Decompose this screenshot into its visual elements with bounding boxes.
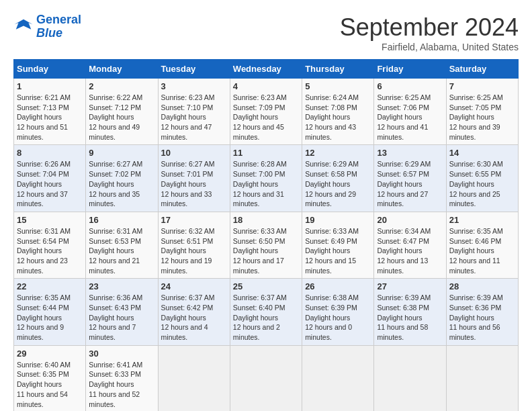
calendar-cell: 12 Sunrise: 6:29 AM Sunset: 6:58 PM Dayl…	[302, 145, 374, 212]
calendar-cell	[302, 345, 374, 411]
calendar-cell	[446, 345, 518, 411]
calendar-week-1: 1 Sunrise: 6:21 AM Sunset: 7:13 PM Dayli…	[14, 79, 519, 145]
day-info: Sunrise: 6:24 AM Sunset: 7:08 PM Dayligh…	[305, 93, 371, 142]
day-number: 20	[377, 215, 443, 225]
day-info: Sunrise: 6:41 AM Sunset: 6:33 PM Dayligh…	[89, 360, 154, 409]
calendar-cell: 17 Sunrise: 6:32 AM Sunset: 6:51 PM Dayl…	[158, 212, 230, 278]
calendar-cell	[158, 345, 230, 411]
calendar-cell: 28 Sunrise: 6:39 AM Sunset: 6:36 PM Dayl…	[446, 279, 518, 345]
logo-icon	[13, 17, 34, 37]
calendar-cell: 9 Sunrise: 6:27 AM Sunset: 7:02 PM Dayli…	[86, 145, 158, 212]
day-info: Sunrise: 6:22 AM Sunset: 7:12 PM Dayligh…	[89, 93, 154, 142]
day-info: Sunrise: 6:35 AM Sunset: 6:44 PM Dayligh…	[17, 293, 83, 342]
day-number: 13	[377, 148, 443, 158]
day-info: Sunrise: 6:34 AM Sunset: 6:47 PM Dayligh…	[377, 226, 443, 275]
day-number: 28	[449, 281, 515, 291]
day-number: 19	[305, 215, 371, 225]
day-info: Sunrise: 6:37 AM Sunset: 6:42 PM Dayligh…	[161, 293, 227, 342]
day-info: Sunrise: 6:33 AM Sunset: 6:49 PM Dayligh…	[305, 226, 371, 275]
day-number: 8	[17, 148, 83, 158]
day-number: 23	[89, 281, 154, 291]
calendar-cell: 1 Sunrise: 6:21 AM Sunset: 7:13 PM Dayli…	[14, 79, 86, 145]
calendar-cell: 14 Sunrise: 6:30 AM Sunset: 6:55 PM Dayl…	[446, 145, 518, 212]
calendar-cell: 15 Sunrise: 6:31 AM Sunset: 6:54 PM Dayl…	[14, 212, 86, 278]
day-info: Sunrise: 6:21 AM Sunset: 7:13 PM Dayligh…	[17, 93, 83, 142]
calendar-cell: 6 Sunrise: 6:25 AM Sunset: 7:06 PM Dayli…	[374, 79, 446, 145]
day-info: Sunrise: 6:29 AM Sunset: 6:57 PM Dayligh…	[377, 159, 443, 208]
calendar-cell: 26 Sunrise: 6:38 AM Sunset: 6:39 PM Dayl…	[302, 279, 374, 345]
day-number: 10	[161, 148, 227, 158]
day-info: Sunrise: 6:40 AM Sunset: 6:35 PM Dayligh…	[17, 360, 83, 409]
header-sunday: Sunday	[14, 60, 86, 79]
day-number: 22	[17, 281, 83, 291]
day-number: 9	[89, 148, 154, 158]
calendar-cell	[374, 345, 446, 411]
day-info: Sunrise: 6:25 AM Sunset: 7:06 PM Dayligh…	[377, 93, 443, 142]
location-subtitle: Fairfield, Alabama, United States	[340, 42, 519, 52]
day-number: 6	[377, 81, 443, 91]
svg-marker-0	[15, 19, 33, 30]
day-number: 25	[233, 281, 299, 291]
day-info: Sunrise: 6:35 AM Sunset: 6:46 PM Dayligh…	[449, 226, 515, 275]
day-number: 16	[89, 215, 154, 225]
day-info: Sunrise: 6:32 AM Sunset: 6:51 PM Dayligh…	[161, 226, 227, 275]
calendar-cell: 16 Sunrise: 6:31 AM Sunset: 6:53 PM Dayl…	[86, 212, 158, 278]
header-friday: Friday	[374, 60, 446, 79]
day-number: 4	[233, 81, 299, 91]
day-info: Sunrise: 6:31 AM Sunset: 6:53 PM Dayligh…	[89, 226, 154, 275]
day-number: 18	[233, 215, 299, 225]
day-number: 3	[161, 81, 227, 91]
page-header: General Blue September 2024 Fairfield, A…	[13, 13, 519, 52]
logo-text: General Blue	[36, 13, 81, 40]
day-number: 11	[233, 148, 299, 158]
title-block: September 2024 Fairfield, Alabama, Unite…	[340, 13, 519, 52]
calendar-cell: 20 Sunrise: 6:34 AM Sunset: 6:47 PM Dayl…	[374, 212, 446, 278]
header-saturday: Saturday	[446, 60, 518, 79]
header-wednesday: Wednesday	[230, 60, 302, 79]
day-number: 12	[305, 148, 371, 158]
calendar-week-2: 8 Sunrise: 6:26 AM Sunset: 7:04 PM Dayli…	[14, 145, 519, 212]
calendar-cell: 23 Sunrise: 6:36 AM Sunset: 6:43 PM Dayl…	[86, 279, 158, 345]
day-info: Sunrise: 6:36 AM Sunset: 6:43 PM Dayligh…	[89, 293, 154, 342]
day-info: Sunrise: 6:23 AM Sunset: 7:09 PM Dayligh…	[233, 93, 299, 142]
calendar-cell: 30 Sunrise: 6:41 AM Sunset: 6:33 PM Dayl…	[86, 345, 158, 411]
day-info: Sunrise: 6:27 AM Sunset: 7:02 PM Dayligh…	[89, 159, 154, 208]
day-number: 1	[17, 81, 83, 91]
calendar-cell: 11 Sunrise: 6:28 AM Sunset: 7:00 PM Dayl…	[230, 145, 302, 212]
calendar-week-4: 22 Sunrise: 6:35 AM Sunset: 6:44 PM Dayl…	[14, 279, 519, 345]
calendar-cell: 7 Sunrise: 6:25 AM Sunset: 7:05 PM Dayli…	[446, 79, 518, 145]
day-number: 5	[305, 81, 371, 91]
day-info: Sunrise: 6:29 AM Sunset: 6:58 PM Dayligh…	[305, 159, 371, 208]
calendar-cell: 13 Sunrise: 6:29 AM Sunset: 6:57 PM Dayl…	[374, 145, 446, 212]
calendar-week-5: 29 Sunrise: 6:40 AM Sunset: 6:35 PM Dayl…	[14, 345, 519, 411]
day-info: Sunrise: 6:25 AM Sunset: 7:05 PM Dayligh…	[449, 93, 515, 142]
calendar-cell: 22 Sunrise: 6:35 AM Sunset: 6:44 PM Dayl…	[14, 279, 86, 345]
calendar-cell	[230, 345, 302, 411]
day-number: 21	[449, 215, 515, 225]
day-number: 26	[305, 281, 371, 291]
calendar-cell: 29 Sunrise: 6:40 AM Sunset: 6:35 PM Dayl…	[14, 345, 86, 411]
calendar-cell: 3 Sunrise: 6:23 AM Sunset: 7:10 PM Dayli…	[158, 79, 230, 145]
day-number: 27	[377, 281, 443, 291]
day-number: 15	[17, 215, 83, 225]
day-info: Sunrise: 6:27 AM Sunset: 7:01 PM Dayligh…	[161, 159, 227, 208]
calendar-week-3: 15 Sunrise: 6:31 AM Sunset: 6:54 PM Dayl…	[14, 212, 519, 278]
calendar-header: SundayMondayTuesdayWednesdayThursdayFrid…	[14, 60, 519, 79]
day-info: Sunrise: 6:28 AM Sunset: 7:00 PM Dayligh…	[233, 159, 299, 208]
month-title: September 2024	[340, 13, 519, 42]
day-number: 24	[161, 281, 227, 291]
header-thursday: Thursday	[302, 60, 374, 79]
calendar-cell: 5 Sunrise: 6:24 AM Sunset: 7:08 PM Dayli…	[302, 79, 374, 145]
day-number: 14	[449, 148, 515, 158]
logo: General Blue	[13, 13, 81, 40]
day-info: Sunrise: 6:33 AM Sunset: 6:50 PM Dayligh…	[233, 226, 299, 275]
header-monday: Monday	[86, 60, 158, 79]
calendar-cell: 25 Sunrise: 6:37 AM Sunset: 6:40 PM Dayl…	[230, 279, 302, 345]
calendar-cell: 27 Sunrise: 6:39 AM Sunset: 6:38 PM Dayl…	[374, 279, 446, 345]
calendar-cell: 19 Sunrise: 6:33 AM Sunset: 6:49 PM Dayl…	[302, 212, 374, 278]
calendar-cell: 2 Sunrise: 6:22 AM Sunset: 7:12 PM Dayli…	[86, 79, 158, 145]
calendar-cell: 8 Sunrise: 6:26 AM Sunset: 7:04 PM Dayli…	[14, 145, 86, 212]
day-info: Sunrise: 6:23 AM Sunset: 7:10 PM Dayligh…	[161, 93, 227, 142]
day-number: 2	[89, 81, 154, 91]
calendar-table: SundayMondayTuesdayWednesdayThursdayFrid…	[13, 59, 519, 411]
